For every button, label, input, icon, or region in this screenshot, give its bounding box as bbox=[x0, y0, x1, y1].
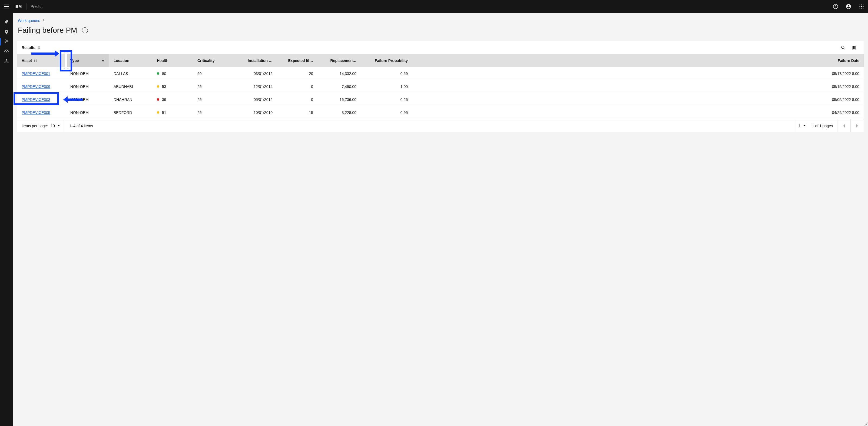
cell-asset: PMPDEVICE005 bbox=[17, 106, 66, 119]
column-label: Installation … bbox=[248, 58, 273, 63]
svg-point-4 bbox=[861, 4, 862, 5]
page-value: 1 bbox=[799, 124, 801, 128]
columns-icon bbox=[852, 46, 856, 50]
cell-failure-probability: 1.00 bbox=[361, 80, 412, 93]
main-content: Work queues / Failing before PM i Result… bbox=[13, 13, 868, 426]
user-avatar-icon bbox=[846, 4, 851, 9]
page-select[interactable]: 1 bbox=[799, 124, 806, 128]
app-switcher-button[interactable] bbox=[855, 0, 868, 13]
nav-item-tasks[interactable] bbox=[0, 37, 13, 47]
nav-item-model[interactable] bbox=[0, 56, 13, 66]
cell-health: 39 bbox=[153, 93, 193, 106]
results-table-card: Results: 4 Asset Type bbox=[17, 41, 864, 132]
asset-link[interactable]: PMPDEVICE005 bbox=[22, 110, 50, 115]
column-label: Health bbox=[157, 58, 168, 63]
cell-failure-probability: 0.26 bbox=[361, 93, 412, 106]
cell-expected-life: 0 bbox=[277, 93, 317, 106]
column-settings-button[interactable] bbox=[848, 42, 859, 53]
svg-rect-2 bbox=[4, 8, 9, 8]
pages-label: 1 of 1 pages bbox=[812, 124, 833, 128]
column-header-expected-life[interactable]: Expected lif… bbox=[277, 54, 317, 67]
help-icon bbox=[833, 4, 838, 9]
pagination-bar: Items per page: 10 1–4 of 4 items 1 bbox=[17, 119, 864, 132]
svg-point-12 bbox=[6, 59, 7, 60]
health-status-dot bbox=[157, 85, 159, 88]
column-header-failure-probability[interactable]: Failure Probability bbox=[361, 54, 412, 67]
cell-criticality: 50 bbox=[193, 67, 234, 80]
user-button[interactable] bbox=[842, 0, 855, 13]
cell-failure-date: 05/05/2022 8:00 bbox=[412, 93, 864, 106]
cell-location: DHAHRAN bbox=[109, 93, 153, 106]
health-status-dot bbox=[157, 111, 159, 114]
cell-installation: 03/01/2016 bbox=[234, 67, 277, 80]
caret-left-icon bbox=[843, 124, 845, 127]
cell-location: ABUDHABI bbox=[109, 80, 153, 93]
cell-health: 53 bbox=[153, 80, 193, 93]
sort-both-icon bbox=[34, 59, 37, 62]
asset-link[interactable]: PMPDEVICE001 bbox=[22, 72, 50, 76]
asset-link[interactable]: PMPDEVICE003 bbox=[22, 97, 50, 102]
column-header-installation[interactable]: Installation … bbox=[234, 54, 277, 67]
items-per-page-select[interactable]: 10 bbox=[51, 124, 60, 128]
chevron-down-icon bbox=[802, 124, 806, 127]
column-header-criticality[interactable]: Criticality bbox=[193, 54, 234, 67]
column-header-replacement[interactable]: Replacemen… bbox=[317, 54, 361, 67]
cell-installation: 12/01/2014 bbox=[234, 80, 277, 93]
info-icon[interactable]: i bbox=[82, 27, 88, 33]
column-label: Type bbox=[70, 58, 79, 63]
cell-failure-probability: 0.95 bbox=[361, 106, 412, 119]
cell-replacement: 3,228.00 bbox=[317, 106, 361, 119]
table-row: PMPDEVICE005NON-OEMBEDFORD512510/01/2010… bbox=[17, 106, 864, 119]
app-name: Predict bbox=[27, 4, 47, 9]
search-button[interactable] bbox=[838, 42, 848, 53]
grid-icon bbox=[859, 4, 864, 9]
nav-item-gauge[interactable] bbox=[0, 47, 13, 56]
cell-type: NON-OEM bbox=[66, 80, 109, 93]
column-label: Failure Date bbox=[838, 58, 859, 63]
column-header-asset[interactable]: Asset bbox=[17, 54, 66, 67]
cell-installation: 10/01/2010 bbox=[234, 106, 277, 119]
brand-label: IBM bbox=[13, 4, 26, 9]
breadcrumb-link-work-queues[interactable]: Work queues bbox=[18, 19, 40, 23]
svg-point-3 bbox=[859, 4, 860, 5]
sort-desc-icon bbox=[101, 59, 105, 62]
cell-type: NON-OEM bbox=[66, 93, 109, 106]
cell-location: BEDFORD bbox=[109, 106, 153, 119]
cell-failure-probability: 0.59 bbox=[361, 67, 412, 80]
svg-rect-0 bbox=[4, 5, 9, 5]
next-page-button[interactable] bbox=[851, 119, 864, 132]
cell-expected-life: 20 bbox=[277, 67, 317, 80]
cell-location: DALLAS bbox=[109, 67, 153, 80]
svg-rect-1 bbox=[4, 6, 9, 7]
cell-asset: PMPDEVICE003 bbox=[17, 93, 66, 106]
cell-replacement: 14,332.00 bbox=[317, 67, 361, 80]
asset-link[interactable]: PMPDEVICE009 bbox=[22, 84, 50, 89]
column-header-type[interactable]: Type bbox=[66, 54, 109, 67]
results-count: Results: 4 bbox=[22, 46, 40, 50]
column-label: Location bbox=[114, 58, 129, 63]
column-header-health[interactable]: Health bbox=[153, 54, 193, 67]
svg-point-10 bbox=[861, 7, 862, 8]
column-label: Replacemen… bbox=[331, 58, 356, 63]
items-per-page-label: Items per page: bbox=[22, 124, 48, 128]
help-button[interactable] bbox=[829, 0, 842, 13]
cell-type: NON-OEM bbox=[66, 67, 109, 80]
prev-page-button[interactable] bbox=[837, 119, 850, 132]
column-header-location[interactable]: Location bbox=[109, 54, 153, 67]
column-label: Asset bbox=[22, 58, 32, 63]
table-row: PMPDEVICE001NON-OEMDALLAS805003/01/20162… bbox=[17, 67, 864, 80]
cell-criticality: 25 bbox=[193, 106, 234, 119]
nav-item-location[interactable] bbox=[0, 27, 13, 37]
task-list-icon bbox=[4, 39, 9, 44]
left-nav bbox=[0, 13, 13, 426]
cell-failure-date: 05/15/2022 8:00 bbox=[412, 80, 864, 93]
svg-point-7 bbox=[861, 6, 862, 7]
column-header-failure-date[interactable]: Failure Date bbox=[412, 54, 864, 67]
column-label: Criticality bbox=[197, 58, 215, 63]
cell-failure-date: 05/17/2022 8:00 bbox=[412, 67, 864, 80]
cell-asset: PMPDEVICE001 bbox=[17, 67, 66, 80]
column-label: Failure Probability bbox=[375, 58, 408, 63]
menu-button[interactable] bbox=[0, 0, 13, 13]
nav-item-rocket[interactable] bbox=[0, 17, 13, 27]
svg-rect-15 bbox=[103, 59, 103, 61]
